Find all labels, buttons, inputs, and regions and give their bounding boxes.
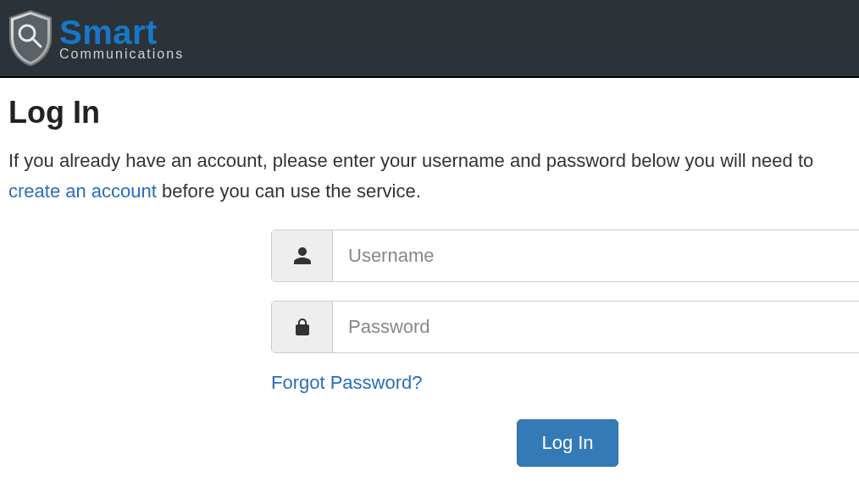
forgot-password-link[interactable]: Forgot Password? xyxy=(271,372,423,394)
login-button[interactable]: Log In xyxy=(517,419,618,467)
username-group xyxy=(271,230,859,282)
password-group xyxy=(271,301,859,353)
create-account-link[interactable]: create an account xyxy=(8,180,157,202)
username-input[interactable] xyxy=(333,230,859,281)
lock-icon xyxy=(272,302,333,352)
brand-name-top: Smart xyxy=(59,15,184,49)
page-title: Log In xyxy=(8,95,851,130)
brand-name-bottom: Communications xyxy=(59,47,184,61)
intro-before: If you already have an account, please e… xyxy=(8,150,679,171)
brand-text: Smart Communications xyxy=(59,15,184,61)
intro-after: before you can use the service. xyxy=(157,180,421,202)
login-form: Forgot Password? Log In xyxy=(271,230,859,467)
app-header: Smart Communications xyxy=(0,0,859,78)
brand-logo: Smart Communications xyxy=(7,9,184,67)
intro-mid: you will need to xyxy=(679,150,813,171)
submit-row: Log In xyxy=(271,419,859,467)
shield-icon xyxy=(7,9,54,67)
password-input[interactable] xyxy=(333,302,859,352)
intro-text: If you already have an account, please e… xyxy=(8,146,851,208)
main-content: Log In If you already have an account, p… xyxy=(0,78,859,475)
user-icon xyxy=(272,230,333,281)
